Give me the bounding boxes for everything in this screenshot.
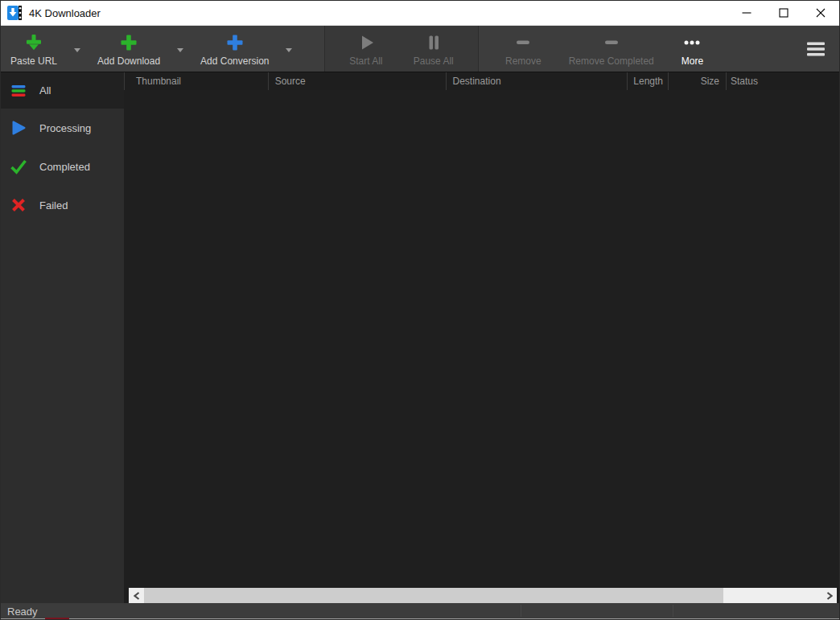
sidebar-item-label: Processing <box>39 122 91 134</box>
add-download-label: Add Download <box>97 55 160 67</box>
column-header-size[interactable]: Size <box>669 72 727 90</box>
app-window: 4K Downloader <box>0 0 840 620</box>
scrollbar-track[interactable] <box>723 588 821 603</box>
sidebar-item-label: All <box>39 84 51 96</box>
play-icon <box>356 31 376 53</box>
titlebar: 4K Downloader <box>1 1 839 26</box>
pause-all-label: Pause All <box>414 55 454 67</box>
scroll-left-icon <box>134 592 140 600</box>
cross-icon <box>10 196 27 214</box>
scrollbar-thumb[interactable] <box>144 588 723 603</box>
sidebar-item-failed[interactable]: Failed <box>1 186 124 224</box>
paste-url-label: Paste URL <box>10 55 57 67</box>
sidebar: All Processing Completed Failed <box>1 72 124 603</box>
play-icon <box>10 119 27 137</box>
more-label: More <box>681 55 703 67</box>
maximize-button[interactable] <box>765 1 802 25</box>
toolbar: Paste URL Add Download <box>1 26 839 72</box>
sidebar-item-all[interactable]: All <box>1 72 124 109</box>
toolbar-remove-group: Remove Remove Completed More <box>479 26 717 72</box>
download-list-empty-area[interactable] <box>124 90 839 588</box>
status-bar: Ready <box>1 603 839 619</box>
remove-completed-button[interactable]: Remove Completed <box>562 26 661 72</box>
remove-completed-label: Remove Completed <box>569 55 654 67</box>
column-header-status[interactable]: Status <box>727 72 839 90</box>
minimize-button[interactable] <box>728 1 765 25</box>
pause-all-button[interactable]: Pause All <box>407 26 460 72</box>
add-conversion-label: Add Conversion <box>200 55 269 67</box>
download-table: Thumbnail Source Destination Length Size… <box>124 72 839 603</box>
chevron-down-icon <box>286 48 292 52</box>
sidebar-item-label: Failed <box>39 199 68 211</box>
horizontal-scrollbar[interactable] <box>129 588 837 603</box>
paste-url-icon <box>24 31 43 53</box>
start-all-button[interactable]: Start All <box>343 26 389 72</box>
toolbar-add-group: Paste URL Add Download <box>1 26 324 72</box>
add-conversion-dropdown[interactable] <box>275 26 303 72</box>
add-conversion-button[interactable]: Add Conversion <box>194 26 275 72</box>
toolbar-playback-group: Start All Pause All <box>325 26 478 72</box>
add-download-dropdown[interactable] <box>167 26 194 72</box>
sidebar-item-processing[interactable]: Processing <box>1 109 124 147</box>
scroll-right-icon <box>826 592 833 600</box>
sidebar-item-completed[interactable]: Completed <box>1 147 124 186</box>
sidebar-item-label: Completed <box>39 161 90 173</box>
hamburger-menu-icon <box>805 41 826 57</box>
window-controls <box>728 1 839 25</box>
close-button[interactable] <box>802 1 839 25</box>
main-region: All Processing Completed Failed <box>1 72 839 603</box>
add-download-button[interactable]: Add Download <box>91 26 167 72</box>
bottom-edge-red-fragment <box>45 618 69 619</box>
window-title: 4K Downloader <box>29 7 101 19</box>
status-text: Ready <box>7 606 38 618</box>
scroll-left-button[interactable] <box>129 588 144 603</box>
paste-url-button[interactable]: Paste URL <box>4 26 64 72</box>
chevron-down-icon <box>177 48 183 52</box>
close-icon <box>816 8 826 18</box>
window-bottom-edge <box>1 618 839 619</box>
column-header-source[interactable]: Source <box>269 72 447 90</box>
statusbar-separator <box>521 605 521 617</box>
table-header: Thumbnail Source Destination Length Size… <box>124 72 839 90</box>
column-header-thumbnail[interactable]: Thumbnail <box>125 72 269 90</box>
add-download-icon <box>119 31 138 53</box>
menu-button[interactable] <box>793 26 839 72</box>
more-button[interactable]: More <box>675 26 710 72</box>
check-icon <box>10 158 27 175</box>
ellipsis-icon <box>681 31 702 53</box>
tricolor-bars-icon <box>10 82 27 100</box>
chevron-down-icon <box>74 48 80 52</box>
dash-icon <box>513 31 533 53</box>
pause-icon <box>424 31 443 53</box>
minimize-icon <box>742 8 751 18</box>
column-header-destination[interactable]: Destination <box>447 72 628 90</box>
start-all-label: Start All <box>349 55 382 67</box>
paste-url-dropdown[interactable] <box>64 26 91 72</box>
column-header-length[interactable]: Length <box>628 72 669 90</box>
maximize-icon <box>779 8 789 18</box>
add-conversion-icon <box>225 31 245 53</box>
dash-icon <box>601 31 622 53</box>
scroll-right-button[interactable] <box>821 588 837 603</box>
remove-label: Remove <box>505 55 541 67</box>
app-logo-icon <box>7 6 22 20</box>
statusbar-separator <box>673 605 673 617</box>
remove-button[interactable]: Remove <box>499 26 548 72</box>
